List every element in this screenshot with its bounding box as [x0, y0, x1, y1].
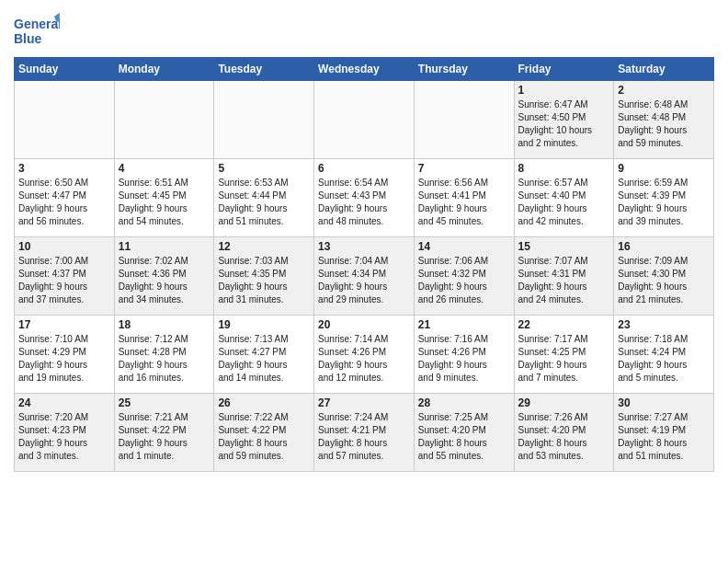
- calendar-cell: 18Sunrise: 7:12 AMSunset: 4:28 PMDayligh…: [114, 316, 214, 394]
- calendar-cell: 3Sunrise: 6:50 AMSunset: 4:47 PMDaylight…: [15, 159, 115, 237]
- day-number: 7: [418, 162, 510, 175]
- day-number: 14: [418, 240, 510, 253]
- weekday-header: Thursday: [414, 58, 514, 81]
- calendar-cell: 20Sunrise: 7:14 AMSunset: 4:26 PMDayligh…: [314, 316, 415, 394]
- calendar-cell: 24Sunrise: 7:20 AMSunset: 4:23 PMDayligh…: [15, 394, 115, 472]
- day-info: Sunrise: 6:53 AMSunset: 4:44 PMDaylight:…: [218, 177, 310, 228]
- day-number: 17: [18, 318, 110, 331]
- page-container: General Blue SundayMondayTuesdayWednesda…: [0, 0, 728, 477]
- day-info: Sunrise: 6:50 AMSunset: 4:47 PMDaylight:…: [18, 177, 110, 228]
- calendar-cell: 16Sunrise: 7:09 AMSunset: 4:30 PMDayligh…: [614, 237, 714, 316]
- weekday-header: Tuesday: [214, 58, 314, 81]
- calendar-cell: [15, 81, 115, 159]
- day-number: 9: [618, 162, 710, 175]
- header: General Blue: [14, 9, 714, 50]
- logo: General Blue: [14, 13, 60, 50]
- day-number: 22: [518, 318, 610, 331]
- calendar-cell: [314, 81, 415, 159]
- calendar-cell: 15Sunrise: 7:07 AMSunset: 4:31 PMDayligh…: [514, 237, 614, 316]
- day-info: Sunrise: 7:16 AMSunset: 4:26 PMDaylight:…: [418, 333, 510, 385]
- day-info: Sunrise: 7:10 AMSunset: 4:29 PMDaylight:…: [18, 333, 110, 385]
- day-number: 26: [218, 396, 310, 409]
- calendar-table: SundayMondayTuesdayWednesdayThursdayFrid…: [14, 57, 714, 472]
- day-info: Sunrise: 7:17 AMSunset: 4:25 PMDaylight:…: [518, 333, 610, 385]
- calendar-cell: 29Sunrise: 7:26 AMSunset: 4:20 PMDayligh…: [514, 394, 614, 472]
- day-info: Sunrise: 6:48 AMSunset: 4:48 PMDaylight:…: [618, 98, 710, 150]
- day-number: 6: [318, 162, 410, 175]
- day-info: Sunrise: 7:07 AMSunset: 4:31 PMDaylight:…: [518, 255, 610, 306]
- day-info: Sunrise: 7:09 AMSunset: 4:30 PMDaylight:…: [618, 255, 710, 306]
- day-info: Sunrise: 6:54 AMSunset: 4:43 PMDaylight:…: [318, 177, 410, 228]
- day-number: 16: [618, 240, 710, 253]
- day-number: 10: [18, 240, 110, 253]
- day-info: Sunrise: 6:51 AMSunset: 4:45 PMDaylight:…: [119, 177, 210, 228]
- day-info: Sunrise: 7:03 AMSunset: 4:35 PMDaylight:…: [218, 255, 310, 306]
- day-info: Sunrise: 7:00 AMSunset: 4:37 PMDaylight:…: [18, 255, 110, 306]
- day-number: 3: [18, 162, 110, 175]
- calendar-cell: 13Sunrise: 7:04 AMSunset: 4:34 PMDayligh…: [314, 237, 415, 316]
- day-number: 4: [119, 162, 210, 175]
- day-number: 1: [518, 84, 610, 97]
- day-info: Sunrise: 7:25 AMSunset: 4:20 PMDaylight:…: [418, 411, 510, 463]
- day-info: Sunrise: 7:22 AMSunset: 4:22 PMDaylight:…: [218, 411, 310, 463]
- weekday-header: Sunday: [15, 58, 115, 81]
- day-number: 11: [119, 240, 210, 253]
- day-info: Sunrise: 6:56 AMSunset: 4:41 PMDaylight:…: [418, 177, 510, 228]
- day-info: Sunrise: 7:24 AMSunset: 4:21 PMDaylight:…: [318, 411, 410, 463]
- calendar-cell: 30Sunrise: 7:27 AMSunset: 4:19 PMDayligh…: [614, 394, 714, 472]
- calendar-cell: 2Sunrise: 6:48 AMSunset: 4:48 PMDaylight…: [614, 81, 714, 159]
- calendar-cell: 6Sunrise: 6:54 AMSunset: 4:43 PMDaylight…: [314, 159, 415, 237]
- day-number: 30: [618, 396, 710, 409]
- calendar-week-row: 3Sunrise: 6:50 AMSunset: 4:47 PMDaylight…: [15, 159, 714, 237]
- day-info: Sunrise: 6:47 AMSunset: 4:50 PMDaylight:…: [518, 98, 610, 150]
- header-row: SundayMondayTuesdayWednesdayThursdayFrid…: [15, 58, 714, 81]
- day-info: Sunrise: 7:26 AMSunset: 4:20 PMDaylight:…: [518, 411, 610, 463]
- day-number: 24: [18, 396, 110, 409]
- day-number: 19: [218, 318, 310, 331]
- calendar-cell: 4Sunrise: 6:51 AMSunset: 4:45 PMDaylight…: [114, 159, 214, 237]
- day-number: 29: [518, 396, 610, 409]
- calendar-cell: 19Sunrise: 7:13 AMSunset: 4:27 PMDayligh…: [214, 316, 314, 394]
- day-info: Sunrise: 7:04 AMSunset: 4:34 PMDaylight:…: [318, 255, 410, 306]
- weekday-header: Wednesday: [314, 58, 415, 81]
- logo-svg: General Blue: [14, 13, 60, 50]
- calendar-cell: 14Sunrise: 7:06 AMSunset: 4:32 PMDayligh…: [414, 237, 514, 316]
- calendar-cell: 17Sunrise: 7:10 AMSunset: 4:29 PMDayligh…: [15, 316, 115, 394]
- svg-text:General: General: [14, 17, 60, 31]
- day-number: 13: [318, 240, 410, 253]
- day-number: 5: [218, 162, 310, 175]
- day-number: 21: [418, 318, 510, 331]
- calendar-cell: [114, 81, 214, 159]
- calendar-cell: [414, 81, 514, 159]
- calendar-cell: [214, 81, 314, 159]
- calendar-week-row: 10Sunrise: 7:00 AMSunset: 4:37 PMDayligh…: [15, 237, 714, 316]
- day-info: Sunrise: 7:12 AMSunset: 4:28 PMDaylight:…: [119, 333, 210, 385]
- day-number: 18: [119, 318, 210, 331]
- day-info: Sunrise: 6:59 AMSunset: 4:39 PMDaylight:…: [618, 177, 710, 228]
- day-info: Sunrise: 7:14 AMSunset: 4:26 PMDaylight:…: [318, 333, 410, 385]
- day-number: 8: [518, 162, 610, 175]
- calendar-cell: 7Sunrise: 6:56 AMSunset: 4:41 PMDaylight…: [414, 159, 514, 237]
- day-info: Sunrise: 7:20 AMSunset: 4:23 PMDaylight:…: [18, 411, 110, 463]
- calendar-cell: 9Sunrise: 6:59 AMSunset: 4:39 PMDaylight…: [614, 159, 714, 237]
- day-number: 12: [218, 240, 310, 253]
- calendar-cell: 28Sunrise: 7:25 AMSunset: 4:20 PMDayligh…: [414, 394, 514, 472]
- calendar-cell: 5Sunrise: 6:53 AMSunset: 4:44 PMDaylight…: [214, 159, 314, 237]
- calendar-cell: 23Sunrise: 7:18 AMSunset: 4:24 PMDayligh…: [614, 316, 714, 394]
- day-info: Sunrise: 7:13 AMSunset: 4:27 PMDaylight:…: [218, 333, 310, 385]
- weekday-header: Friday: [514, 58, 614, 81]
- day-info: Sunrise: 6:57 AMSunset: 4:40 PMDaylight:…: [518, 177, 610, 228]
- day-number: 2: [618, 84, 710, 97]
- calendar-week-row: 24Sunrise: 7:20 AMSunset: 4:23 PMDayligh…: [15, 394, 714, 472]
- calendar-cell: 10Sunrise: 7:00 AMSunset: 4:37 PMDayligh…: [15, 237, 115, 316]
- calendar-cell: 1Sunrise: 6:47 AMSunset: 4:50 PMDaylight…: [514, 81, 614, 159]
- calendar-week-row: 1Sunrise: 6:47 AMSunset: 4:50 PMDaylight…: [15, 81, 714, 159]
- day-number: 15: [518, 240, 610, 253]
- calendar-week-row: 17Sunrise: 7:10 AMSunset: 4:29 PMDayligh…: [15, 316, 714, 394]
- day-info: Sunrise: 7:06 AMSunset: 4:32 PMDaylight:…: [418, 255, 510, 306]
- day-info: Sunrise: 7:27 AMSunset: 4:19 PMDaylight:…: [618, 411, 710, 463]
- day-number: 27: [318, 396, 410, 409]
- calendar-cell: 11Sunrise: 7:02 AMSunset: 4:36 PMDayligh…: [114, 237, 214, 316]
- day-number: 20: [318, 318, 410, 331]
- calendar-cell: 26Sunrise: 7:22 AMSunset: 4:22 PMDayligh…: [214, 394, 314, 472]
